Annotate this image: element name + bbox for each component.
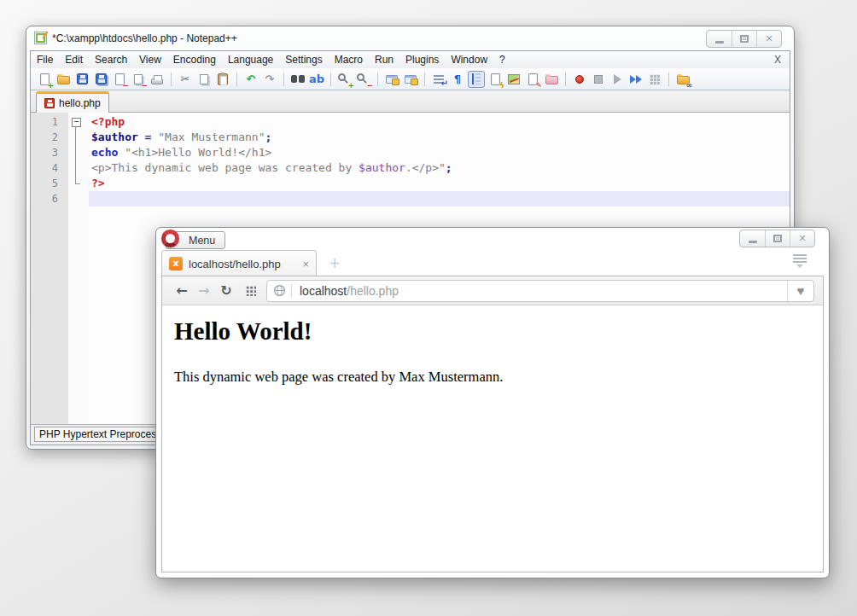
fold-marker bbox=[68, 130, 89, 145]
close-icon: ✕ bbox=[765, 33, 772, 44]
notepadpp-app-icon bbox=[34, 32, 47, 44]
browser-window: Menu ✕ localhost/hello.php × + ← → ↻ bbox=[155, 227, 830, 578]
replace-icon[interactable]: ab bbox=[308, 71, 325, 88]
word-wrap-icon[interactable] bbox=[430, 71, 447, 88]
notepadpp-toolbar: +−−✂↶↷ab+−¶ϟ✎∞ bbox=[31, 68, 790, 90]
opera-logo-icon[interactable] bbox=[161, 230, 179, 247]
code-line[interactable]: <?php bbox=[89, 114, 790, 130]
close-button[interactable]: ✕ bbox=[790, 230, 814, 247]
token-phptag: ?> bbox=[91, 177, 105, 189]
toolbar-separator bbox=[171, 73, 172, 86]
notepadpp-window-controls: ✕ bbox=[706, 30, 782, 48]
url-host: localhost bbox=[300, 284, 347, 298]
globe-icon bbox=[273, 284, 286, 297]
close-icon: ✕ bbox=[798, 233, 806, 244]
notepadpp-titlebar[interactable]: *C:\xampp\htdocs\hello.php - Notepad++ bbox=[26, 26, 794, 49]
forward-button[interactable]: → bbox=[193, 282, 215, 299]
reload-button[interactable]: ↻ bbox=[215, 282, 237, 299]
redo-icon[interactable]: ↷ bbox=[261, 71, 278, 88]
menu-run[interactable]: Run bbox=[369, 51, 399, 68]
zoom-out-icon[interactable]: − bbox=[355, 71, 372, 88]
line-number: 1 bbox=[31, 114, 68, 130]
restore-button[interactable] bbox=[732, 31, 756, 47]
record-macro-icon[interactable] bbox=[571, 71, 588, 88]
menu-plugins[interactable]: Plugins bbox=[399, 51, 445, 68]
indent-guide-icon[interactable] bbox=[468, 71, 485, 88]
menubar-close-icon[interactable]: X bbox=[766, 54, 790, 66]
browser-tab[interactable]: localhost/hello.php × bbox=[161, 250, 317, 276]
menu-window[interactable]: Window bbox=[445, 51, 493, 68]
menu-search[interactable]: Search bbox=[89, 51, 133, 68]
maximize-button[interactable] bbox=[765, 230, 790, 247]
menu-encoding[interactable]: Encoding bbox=[167, 51, 222, 68]
code-line[interactable]: $author = "Max Mustermann"; bbox=[89, 130, 790, 145]
token-op: ; bbox=[265, 131, 272, 143]
back-button[interactable]: ← bbox=[171, 282, 193, 299]
address-bar[interactable]: localhost/hello.php ♥ bbox=[266, 280, 814, 302]
play-macro-icon[interactable] bbox=[609, 71, 626, 88]
menu-macro[interactable]: Macro bbox=[329, 51, 369, 68]
code-line[interactable] bbox=[89, 191, 790, 206]
fold-margin[interactable] bbox=[68, 113, 89, 424]
close-button[interactable]: ✕ bbox=[756, 31, 781, 47]
save-macro-icon[interactable] bbox=[646, 71, 663, 88]
menu-view[interactable]: View bbox=[133, 51, 167, 68]
project-panel-icon[interactable] bbox=[543, 71, 560, 88]
notepadpp-menubar: FileEditSearchViewEncodingLanguageSettin… bbox=[31, 51, 790, 68]
page-content: Hello World! This dynamic web page was c… bbox=[162, 305, 823, 572]
zoom-in-icon[interactable]: + bbox=[336, 71, 353, 88]
line-number: 2 bbox=[31, 130, 68, 145]
code-line[interactable]: echo "<h1>Hello World!</h1> bbox=[89, 145, 790, 160]
show-all-characters-icon[interactable]: ¶ bbox=[449, 71, 466, 88]
save-all-icon[interactable] bbox=[92, 71, 109, 88]
save-icon[interactable] bbox=[73, 71, 90, 88]
open-file-icon[interactable] bbox=[55, 71, 72, 88]
token-phptag: <?php bbox=[91, 115, 125, 128]
line-number: 6 bbox=[31, 191, 68, 206]
paste-icon[interactable] bbox=[214, 71, 231, 88]
page-heading: Hello World! bbox=[174, 317, 811, 346]
copy-icon[interactable] bbox=[195, 71, 213, 88]
tab-hello-php[interactable]: hello.php bbox=[36, 91, 109, 113]
fold-marker bbox=[68, 145, 89, 160]
speed-dial-icon[interactable] bbox=[245, 285, 256, 296]
minimize-icon bbox=[715, 41, 724, 44]
new-file-icon[interactable]: + bbox=[36, 71, 53, 88]
minimize-button[interactable] bbox=[707, 31, 732, 47]
cut-icon[interactable]: ✂ bbox=[177, 71, 194, 88]
code-line[interactable]: ?> bbox=[89, 176, 790, 191]
function-list-icon[interactable]: ϟ bbox=[487, 71, 504, 88]
token-str: "<h1>Hello World!</h1> bbox=[125, 146, 271, 159]
document-map-icon[interactable] bbox=[505, 71, 522, 88]
menu-help[interactable]: ? bbox=[493, 51, 511, 68]
menu-edit[interactable]: Edit bbox=[59, 51, 89, 68]
bookmark-heart-button[interactable]: ♥ bbox=[787, 281, 813, 301]
new-tab-button[interactable]: + bbox=[329, 256, 341, 270]
run-macro-multiple-times-icon[interactable] bbox=[627, 71, 644, 88]
close-all-icon[interactable]: − bbox=[130, 71, 147, 88]
toolbar-separator bbox=[283, 73, 284, 86]
browser-inner-frame: ← → ↻ localhost/hello.php ♥ Hello World! bbox=[161, 276, 824, 572]
menu-button-label: Menu bbox=[189, 235, 215, 247]
undo-icon[interactable]: ↶ bbox=[242, 71, 259, 88]
line-number-gutter: 123456 bbox=[31, 113, 68, 424]
fold-marker bbox=[68, 160, 89, 176]
find-icon[interactable] bbox=[289, 71, 306, 88]
menu-settings[interactable]: Settings bbox=[279, 51, 328, 68]
tab-close-icon[interactable]: × bbox=[302, 258, 309, 270]
toolbar-separator bbox=[236, 73, 237, 86]
menu-file[interactable]: File bbox=[31, 51, 59, 68]
doc-switcher-icon[interactable]: ✎ bbox=[524, 71, 541, 88]
tab-menu-button[interactable] bbox=[793, 254, 807, 268]
close-file-icon[interactable]: − bbox=[111, 71, 128, 88]
sync-horizontal-scroll-icon[interactable] bbox=[402, 71, 419, 88]
sync-vertical-scroll-icon[interactable] bbox=[383, 71, 400, 88]
code-line[interactable]: <p>This dynamic web page was created by … bbox=[89, 160, 790, 176]
xampp-favicon-icon bbox=[169, 257, 183, 270]
minimize-button[interactable] bbox=[740, 230, 765, 247]
fold-collapse-icon[interactable] bbox=[68, 114, 89, 130]
menu-language[interactable]: Language bbox=[222, 51, 279, 68]
stop-macro-icon[interactable] bbox=[590, 71, 607, 88]
plugins-admin-icon[interactable]: ∞ bbox=[674, 71, 691, 88]
print-icon[interactable] bbox=[149, 71, 166, 88]
